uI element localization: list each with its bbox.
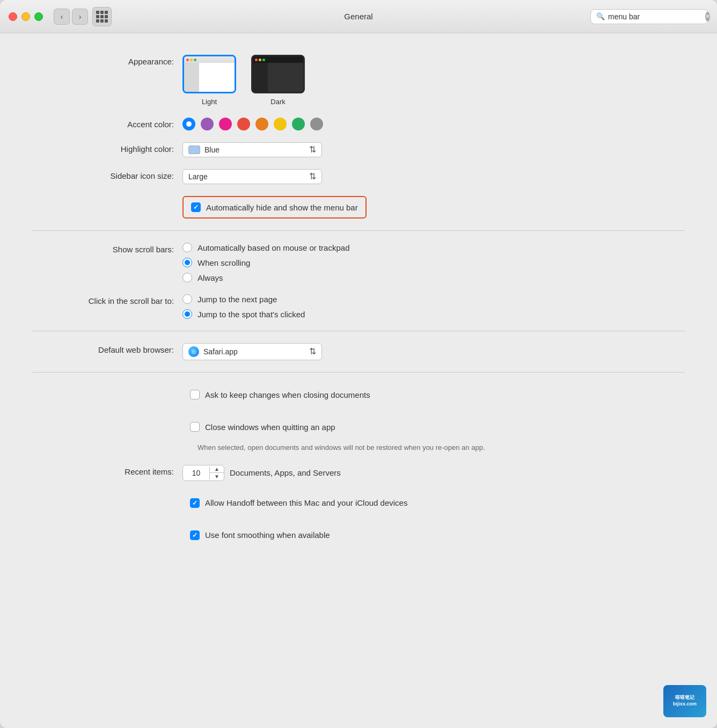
page-title: General (344, 12, 372, 21)
handoff-control: Allow Handoff between this Mac and your … (182, 493, 685, 513)
settings-content: Appearance: Light (0, 33, 717, 579)
appearance-dark-option[interactable]: Dark (251, 55, 305, 106)
sidebar-icon-size-dropdown[interactable]: Large ⇅ (182, 169, 322, 184)
accent-color-row: Accent color: (32, 118, 685, 130)
highlight-color-dropdown[interactable]: Blue ⇅ (182, 142, 322, 157)
highlight-color-label: Highlight color: (32, 142, 182, 154)
scroll-next-page-radio[interactable] (182, 294, 192, 304)
accent-green[interactable] (292, 118, 305, 130)
scroll-spot-option[interactable]: Jump to the spot that's clicked (182, 309, 305, 319)
handoff-label: Allow Handoff between this Mac and your … (205, 498, 407, 507)
forward-icon: › (79, 12, 82, 21)
highlight-color-swatch (188, 145, 200, 154)
ask-keep-changes-checkbox[interactable] (190, 390, 200, 399)
scroll-auto-option[interactable]: Automatically based on mouse or trackpad (182, 243, 349, 252)
font-smoothing-row: Use font smoothing when available (32, 525, 685, 545)
default-browser-label: Default web browser: (32, 343, 182, 354)
close-windows-checkbox[interactable] (190, 422, 200, 432)
menu-bar-control: Automatically hide and show the menu bar (182, 196, 685, 219)
maximize-button[interactable] (34, 12, 43, 21)
default-browser-value: Safari.app (203, 347, 238, 356)
menu-bar-checkbox[interactable] (191, 202, 201, 212)
sidebar-icon-size-label: Sidebar icon size: (32, 169, 182, 180)
scroll-next-page-label: Jump to the next page (197, 295, 277, 304)
scroll-click-control: Jump to the next page Jump to the spot t… (182, 294, 685, 319)
forward-button[interactable]: › (72, 9, 88, 25)
recent-items-row: Recent items: 10 ▲ ▼ Documents, Apps, an… (32, 465, 685, 481)
scroll-bars-label: Show scroll bars: (32, 243, 182, 254)
accent-color-label: Accent color: (32, 118, 182, 129)
thumb-dark-body (268, 63, 303, 92)
scroll-spot-radio[interactable] (182, 309, 192, 319)
scroll-bars-row: Show scroll bars: Automatically based on… (32, 243, 685, 282)
recent-items-value: 10 (183, 467, 210, 479)
default-browser-row: Default web browser: ⊙ Safari.app ⇅ (32, 343, 685, 360)
close-windows-spacer (32, 417, 182, 419)
thumb-dark-minimize-dot (259, 59, 261, 61)
close-button[interactable] (9, 12, 17, 21)
scroll-always-radio[interactable] (182, 273, 192, 282)
sidebar-icon-size-value: Large (188, 172, 208, 181)
search-input[interactable] (608, 12, 702, 21)
accent-yellow[interactable] (274, 118, 287, 130)
appearance-light-label: Light (202, 98, 217, 106)
recent-items-inline: 10 ▲ ▼ Documents, Apps, and Servers (182, 465, 341, 481)
safari-icon: ⊙ (188, 346, 199, 357)
appearance-dark-label: Dark (270, 98, 285, 106)
menu-bar-checkbox-row: Automatically hide and show the menu bar (182, 196, 367, 219)
scroll-click-row: Click in the scroll bar to: Jump to the … (32, 294, 685, 319)
close-windows-checkbox-row: Close windows when quitting an app (182, 417, 343, 437)
scroll-auto-radio[interactable] (182, 243, 192, 252)
stepper-up-button[interactable]: ▲ (210, 465, 224, 473)
appearance-dark-thumbnail[interactable] (251, 55, 305, 93)
search-icon: 🔍 (596, 12, 605, 20)
handoff-checkbox-row: Allow Handoff between this Mac and your … (182, 493, 415, 513)
scroll-scrolling-label: When scrolling (197, 258, 250, 267)
appearance-label: Appearance: (32, 55, 182, 66)
close-windows-help: When selected, open documents and window… (182, 442, 485, 453)
menu-bar-spacer (32, 196, 182, 198)
thumb-light-body (199, 63, 235, 92)
appearance-light-option[interactable]: Light (182, 55, 236, 106)
scroll-auto-label: Automatically based on mouse or trackpad (197, 243, 349, 252)
appearance-options: Light Dark (182, 55, 305, 106)
watermark-line1: 嗒嗒笔记 (673, 695, 697, 701)
minimize-button[interactable] (21, 12, 30, 21)
appearance-light-thumbnail[interactable] (182, 55, 236, 93)
thumb-dark-menubar (253, 56, 303, 63)
back-button[interactable]: ‹ (54, 9, 70, 25)
scroll-always-option[interactable]: Always (182, 273, 349, 282)
close-windows-control: Close windows when quitting an app When … (182, 417, 685, 453)
scroll-scrolling-radio[interactable] (182, 258, 192, 267)
scroll-click-radio-group: Jump to the next page Jump to the spot t… (182, 294, 305, 319)
menu-bar-row: Automatically hide and show the menu bar (32, 196, 685, 219)
recent-items-stepper[interactable]: 10 ▲ ▼ (182, 465, 224, 481)
watermark: 嗒嗒笔记 bijixx.com (663, 685, 706, 717)
scroll-scrolling-option[interactable]: When scrolling (182, 258, 349, 267)
accent-orange[interactable] (255, 118, 268, 130)
accent-colors (182, 118, 323, 130)
stepper-down-button[interactable]: ▼ (210, 473, 224, 481)
accent-purple[interactable] (201, 118, 214, 130)
recent-items-suffix: Documents, Apps, and Servers (230, 468, 341, 477)
accent-red[interactable] (237, 118, 250, 130)
ask-keep-changes-spacer (32, 384, 182, 387)
font-smoothing-checkbox[interactable] (190, 530, 200, 540)
handoff-checkbox[interactable] (190, 498, 200, 508)
appearance-row: Appearance: Light (32, 55, 685, 106)
thumb-maximize-dot (194, 59, 196, 61)
accent-graphite[interactable] (310, 118, 323, 130)
accent-blue[interactable] (182, 118, 195, 130)
thumb-dark-maximize-dot (262, 59, 265, 61)
font-smoothing-control: Use font smoothing when available (182, 525, 685, 545)
ask-keep-changes-control: Ask to keep changes when closing documen… (182, 384, 685, 405)
grid-button[interactable] (92, 7, 112, 26)
scroll-next-page-option[interactable]: Jump to the next page (182, 294, 305, 304)
search-clear-button[interactable]: ✕ (705, 12, 710, 21)
thumb-dark-sidebar (253, 63, 268, 92)
default-browser-dropdown[interactable]: ⊙ Safari.app ⇅ (182, 343, 322, 360)
accent-pink[interactable] (219, 118, 232, 130)
search-box[interactable]: 🔍 ✕ (590, 9, 708, 24)
watermark-line2: bijixx.com (673, 701, 697, 708)
divider-1 (32, 230, 685, 231)
